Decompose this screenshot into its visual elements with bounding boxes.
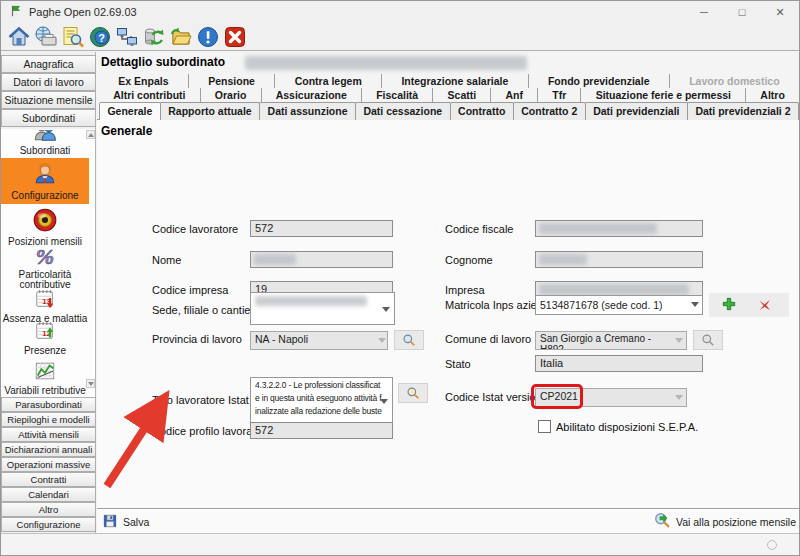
sidebar-item-contratti[interactable]: Contratti xyxy=(1,472,96,487)
tab-integrazione-salariale[interactable]: Integrazione salariale xyxy=(382,74,529,88)
subject-name-redacted xyxy=(245,56,527,70)
tab-dati-cessazione[interactable]: Dati cessazione xyxy=(355,102,451,120)
tab-anf[interactable]: Anf xyxy=(491,88,538,102)
sepa-checkbox[interactable] xyxy=(538,420,551,433)
tipo-istat-combo[interactable]: 4.3.2.2.0 - Le professioni classificat e… xyxy=(250,377,393,424)
folder-import-icon[interactable] xyxy=(168,24,194,50)
tab-ex-enpals[interactable]: Ex Enpals xyxy=(99,74,189,88)
matricola-actions xyxy=(709,293,789,317)
sidebar-item-label: Variabili retributive xyxy=(1,386,89,396)
tab-fiscalita[interactable]: Fiscalità xyxy=(362,88,433,102)
tab-altro[interactable]: Altro xyxy=(746,88,799,102)
sidebar-item-configurazione[interactable]: Configurazione xyxy=(1,517,96,532)
tab-altri-contributi[interactable]: Altri contributi xyxy=(99,88,201,102)
sidebar-item-operazioni-massive[interactable]: Operazioni massive xyxy=(1,457,96,472)
sidebar-item-presenze[interactable]: 12 Presenze xyxy=(1,320,89,356)
chevron-down-icon[interactable] xyxy=(380,399,388,404)
profilo-field: 572 xyxy=(250,422,393,439)
sidebar-item-situazione-mensile[interactable]: Situazione mensile xyxy=(1,91,96,109)
sidebar-item-posizioni-mensili[interactable]: Posizioni mensili xyxy=(1,207,89,247)
sidebar-item-subordinati-dettaglio[interactable]: Subordinati xyxy=(1,130,89,156)
help-globe-icon[interactable]: ? xyxy=(87,24,113,50)
sidebar-item-altro[interactable]: Altro xyxy=(1,502,96,517)
sidebar-item-particolarita-contributive[interactable]: % Particolarità contributive xyxy=(1,246,89,290)
tab-orario[interactable]: Orario xyxy=(201,88,262,102)
codice-lavoratore-label: Codice lavoratore xyxy=(152,223,238,235)
exit-icon[interactable] xyxy=(222,24,248,50)
chevron-down-icon[interactable] xyxy=(382,307,390,312)
window-title: Paghe Open 02.69.03 xyxy=(29,6,137,18)
codice-fiscale-field xyxy=(535,220,703,237)
scroll-up-icon[interactable] xyxy=(86,130,95,139)
sede-combo[interactable] xyxy=(250,292,395,325)
tab-fondo-previdenziale[interactable]: Fondo previdenziale xyxy=(529,74,670,88)
sidebar-item-configurazione-subordinato[interactable]: Configurazione xyxy=(1,158,89,204)
tab-generale[interactable]: Generale xyxy=(99,102,161,120)
home-icon[interactable] xyxy=(6,24,32,50)
action-bar: Salva Vai alla posizione mensile xyxy=(97,508,800,534)
tab-rapporto-attuale[interactable]: Rapporto attuale xyxy=(160,102,260,120)
save-label: Salva xyxy=(123,516,149,528)
sidebar-item-subordinati[interactable]: Subordinati xyxy=(1,109,96,127)
tipo-istat-search-button[interactable] xyxy=(398,383,428,403)
tab-scatti[interactable]: Scatti xyxy=(433,88,491,102)
tab-pensione[interactable]: Pensione xyxy=(189,74,275,88)
database-sync-icon[interactable] xyxy=(141,24,167,50)
app-window: Paghe Open 02.69.03 ─ □ ✕ ? AnagraficaDa… xyxy=(0,0,800,556)
alert-icon[interactable] xyxy=(195,24,221,50)
page-title: Dettaglio subordinato xyxy=(101,55,225,69)
person-icon xyxy=(32,177,58,189)
tab-contra-legem[interactable]: Contra legem xyxy=(275,74,382,88)
tipo-istat-line2: e in questa unità eseguono attività f xyxy=(255,392,376,405)
goto-monthly-button[interactable]: Vai alla posizione mensile xyxy=(654,512,796,531)
codice-lavoratore-field: 572 xyxy=(250,220,393,237)
tab-dati-previdenziali-2[interactable]: Dati previdenziali 2 xyxy=(687,102,799,120)
delete-matricola-button[interactable] xyxy=(757,297,772,314)
chevron-down-icon[interactable] xyxy=(691,302,699,307)
svg-text:?: ? xyxy=(98,31,105,43)
note-search-icon[interactable] xyxy=(60,24,86,50)
goto-monthly-label: Vai alla posizione mensile xyxy=(676,516,796,528)
tab-assicurazione[interactable]: Assicurazione xyxy=(262,88,363,102)
sidebar-item-parasubordinati[interactable]: Parasubordinati xyxy=(1,397,96,412)
minimize-button[interactable]: ─ xyxy=(685,1,723,23)
close-button[interactable]: ✕ xyxy=(761,1,799,23)
target-icon xyxy=(32,223,58,235)
codice-impresa-label: Codice impresa xyxy=(152,284,228,296)
provincia-label: Provincia di lavoro xyxy=(152,333,242,345)
tab-contratto-2[interactable]: Contratto 2 xyxy=(513,102,586,120)
matricola-combo[interactable]: 5134871678 (sede cod. 1) xyxy=(535,295,703,315)
comune-combo: San Giorgio a Cremano - H892 xyxy=(535,331,687,350)
sidebar-item-attivita-mensili[interactable]: Attività mensili xyxy=(1,427,96,442)
tab-tfr[interactable]: Tfr xyxy=(538,88,581,102)
magnifier-arrow-icon xyxy=(654,512,671,531)
chevron-down-icon xyxy=(675,395,683,400)
maximize-button[interactable]: □ xyxy=(723,1,761,23)
sidebar-item-assenza-e-malattia[interactable]: 13 Assenza e malattia xyxy=(1,288,89,324)
sidebar-icon-panel: Subordinati Configurazione Posizioni men… xyxy=(1,129,95,398)
tab-situazione-ferie-e-permessi[interactable]: Situazione ferie e permessi xyxy=(581,88,746,102)
chevron-down-icon xyxy=(378,338,386,343)
codice-fiscale-label: Codice fiscale xyxy=(445,223,513,235)
tab-dati-assunzione[interactable]: Dati assunzione xyxy=(259,102,356,120)
network-icon[interactable] xyxy=(114,24,140,50)
sidebar-item-variabili-retributive[interactable]: Variabili retributive xyxy=(1,360,89,396)
tab-dati-previdenziali[interactable]: Dati previdenziali xyxy=(585,102,688,120)
sidebar-item-label: Subordinati xyxy=(1,146,89,156)
sidebar-item-label: Particolarità contributive xyxy=(1,270,89,290)
sidebar-item-anagrafica[interactable]: Anagrafica xyxy=(1,55,96,73)
sidebar-item-calendari[interactable]: Calendari xyxy=(1,487,96,502)
tab-contratto[interactable]: Contratto xyxy=(450,102,514,120)
comune-search-button[interactable] xyxy=(693,330,723,350)
scroll-down-icon[interactable] xyxy=(86,379,95,388)
sidebar-item-riepiloghi-e-modelli[interactable]: Riepiloghi e modelli xyxy=(1,412,96,427)
sidebar-item-dichiarazioni-annuali[interactable]: Dichiarazioni annuali xyxy=(1,442,96,457)
chevron-down-icon xyxy=(675,338,683,343)
provincia-search-button[interactable] xyxy=(394,330,424,350)
add-matricola-button[interactable] xyxy=(721,296,737,314)
content-area: Dettaglio subordinato Ex EnpalsPensioneC… xyxy=(97,52,800,533)
globe-print-icon[interactable] xyxy=(33,24,59,50)
sidebar-item-datori-di-lavoro[interactable]: Datori di lavoro xyxy=(1,73,96,91)
stato-label: Stato xyxy=(445,358,471,370)
save-button[interactable]: Salva xyxy=(102,513,149,531)
